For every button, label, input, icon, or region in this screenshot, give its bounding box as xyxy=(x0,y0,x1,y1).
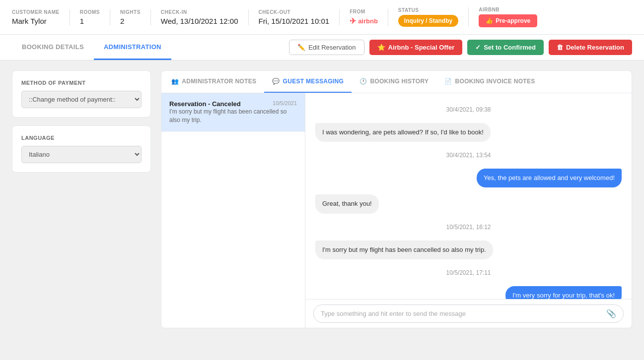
airbnb-label: AIRBNB xyxy=(479,7,537,12)
rooms-value: 1 xyxy=(80,17,100,25)
from-field: FROM ✈ airbnb xyxy=(340,9,388,26)
message-item-title: Reservation - Canceled xyxy=(169,100,241,108)
panel-tab-admin-notes[interactable]: 👥 ADMINISTRATOR NOTES xyxy=(163,71,264,93)
set-confirmed-button[interactable]: ✓ Set to Confirmed xyxy=(467,40,544,55)
message-item-preview: I'm sorry but my flight has been cancell… xyxy=(169,108,297,124)
timestamp: 10/5/2021, 16:12 xyxy=(315,224,622,231)
nights-label: NIGHTS xyxy=(120,9,141,15)
chat-bubble: Great, thank you! xyxy=(315,194,379,213)
payment-select[interactable]: ::Change method of payment:: Credit Card… xyxy=(21,91,142,108)
user-group-icon: 👥 xyxy=(171,78,179,85)
chat-bubble: I'm very sorry for your trip, that's ok! xyxy=(505,286,622,299)
chat-input-wrapper: 📎 xyxy=(313,304,624,323)
from-value: ✈ airbnb xyxy=(350,16,378,26)
header-bar: CUSTOMER NAME Mark Tylor ROOMS 1 NIGHTS … xyxy=(0,0,644,35)
status-field: STATUS Inquiry / Standby xyxy=(388,7,469,27)
chat-icon: 💬 xyxy=(272,78,280,85)
messaging-panel: 👥 ADMINISTRATOR NOTES 💬 GUEST MESSAGING … xyxy=(161,70,632,328)
toolbar-actions: ✏️ Edit Reservation ⭐ Airbnb - Special O… xyxy=(289,35,632,60)
status-badge: Inquiry / Standby xyxy=(398,15,458,27)
main-content: METHOD OF PAYMENT ::Change method of pay… xyxy=(0,60,644,338)
language-label: LANGUAGE xyxy=(21,135,142,141)
customer-name-label: CUSTOMER NAME xyxy=(12,9,60,15)
chat-area: 30/4/2021, 09:38 I was wondering, are pe… xyxy=(305,93,632,328)
thumbsup-icon: 👍 xyxy=(486,17,493,24)
message-item-date: 10/5/2021 xyxy=(273,100,297,106)
airbnb-field: AIRBNB 👍 Pre-approve xyxy=(469,7,547,27)
panel-tabs: 👥 ADMINISTRATOR NOTES 💬 GUEST MESSAGING … xyxy=(161,71,632,93)
chat-bubble: Yes, the pets are allowed and very welco… xyxy=(477,169,622,187)
chat-bubble: I'm sorry but my flight has been cancell… xyxy=(315,240,493,259)
nights-value: 2 xyxy=(120,17,141,25)
trash-icon: 🗑 xyxy=(557,44,563,51)
star-icon: ⭐ xyxy=(377,44,385,51)
panel-tab-guest-messaging[interactable]: 💬 GUEST MESSAGING xyxy=(264,71,352,93)
checkin-field: CHECK-IN Wed, 13/10/2021 12:00 xyxy=(151,9,249,25)
from-label: FROM xyxy=(350,9,378,14)
airbnb-special-offer-button[interactable]: ⭐ Airbnb - Special Offer xyxy=(369,40,463,55)
chat-bubble: I was wondering, are pets allowed? If so… xyxy=(315,123,491,142)
panel-tab-booking-history[interactable]: 🕐 BOOKING HISTORY xyxy=(352,71,436,93)
document-icon: 📄 xyxy=(444,78,452,85)
message-item-header: Reservation - Canceled 10/5/2021 xyxy=(169,100,297,108)
attachment-icon[interactable]: 📎 xyxy=(606,309,616,318)
chat-input-area: 📎 xyxy=(305,299,632,328)
payment-card: METHOD OF PAYMENT ::Change method of pay… xyxy=(12,70,151,118)
panel-body: Reservation - Canceled 10/5/2021 I'm sor… xyxy=(161,93,632,328)
delete-reservation-button[interactable]: 🗑 Delete Reservation xyxy=(549,40,632,55)
page-tabs: BOOKING DETAILS ADMINISTRATION xyxy=(12,35,171,60)
checkout-value: Fri, 15/10/2021 10:01 xyxy=(259,17,330,25)
checkout-field: CHECK-OUT Fri, 15/10/2021 10:01 xyxy=(249,9,340,25)
rooms-field: ROOMS 1 xyxy=(70,9,110,25)
checkin-label: CHECK-IN xyxy=(161,9,238,15)
panel-tab-invoice-notes[interactable]: 📄 BOOKING INVOICE NOTES xyxy=(436,71,543,93)
payment-label: METHOD OF PAYMENT xyxy=(21,80,142,86)
status-label: STATUS xyxy=(398,7,458,13)
tab-booking-details[interactable]: BOOKING DETAILS xyxy=(12,35,94,60)
customer-name-field: CUSTOMER NAME Mark Tylor xyxy=(12,9,70,25)
language-select[interactable]: Italiano English Español Deutsch Françai… xyxy=(21,146,142,163)
sidebar: METHOD OF PAYMENT ::Change method of pay… xyxy=(12,70,151,328)
check-icon: ✓ xyxy=(475,44,481,51)
message-list: Reservation - Canceled 10/5/2021 I'm sor… xyxy=(161,93,305,328)
checkin-value: Wed, 13/10/2021 12:00 xyxy=(161,17,238,25)
tab-administration[interactable]: ADMINISTRATION xyxy=(94,35,171,60)
timestamp: 30/4/2021, 13:54 xyxy=(315,152,622,159)
language-card: LANGUAGE Italiano English Español Deutsc… xyxy=(12,125,151,173)
timestamp: 30/4/2021, 09:38 xyxy=(315,106,622,113)
chat-input[interactable] xyxy=(321,310,606,317)
list-item[interactable]: Reservation - Canceled 10/5/2021 I'm sor… xyxy=(161,93,305,132)
customer-name-value: Mark Tylor xyxy=(12,17,60,25)
rooms-label: ROOMS xyxy=(80,9,100,15)
tabs-toolbar-area: BOOKING DETAILS ADMINISTRATION ✏️ Edit R… xyxy=(0,35,644,60)
nights-field: NIGHTS 2 xyxy=(110,9,151,25)
preapprove-button[interactable]: 👍 Pre-approve xyxy=(479,14,537,27)
checkout-label: CHECK-OUT xyxy=(259,9,330,15)
chat-messages: 30/4/2021, 09:38 I was wondering, are pe… xyxy=(305,93,632,299)
timestamp: 10/5/2021, 17:11 xyxy=(315,269,622,276)
edit-icon: ✏️ xyxy=(297,44,305,51)
history-icon: 🕐 xyxy=(359,78,367,85)
edit-reservation-button[interactable]: ✏️ Edit Reservation xyxy=(289,40,364,55)
